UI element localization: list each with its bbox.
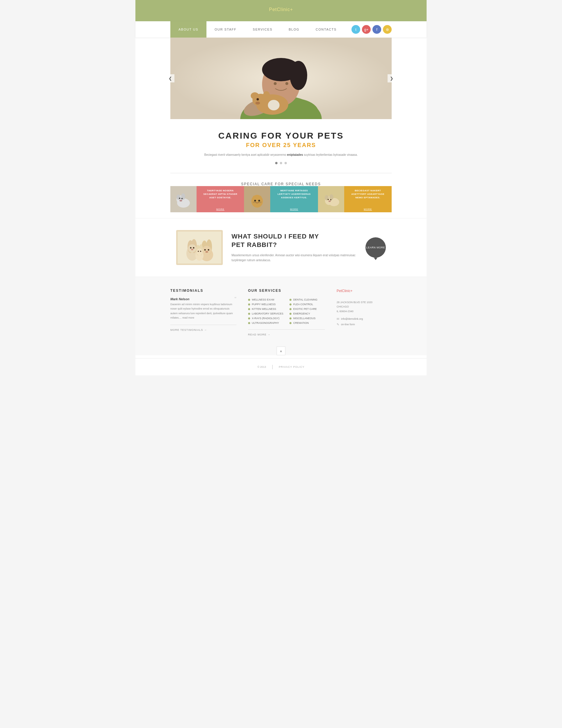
footer-divider: | xyxy=(272,364,273,370)
slider-prev-button[interactable]: ❮ xyxy=(166,74,174,82)
care-card-3: BECIEGAST NAKERT ASETTYERT ASEARTYASE NE… xyxy=(318,186,392,212)
service-laboratory: LABORATORY SERVICES xyxy=(248,311,284,316)
service-cremation: CREMATION xyxy=(289,321,325,325)
service-flea: FLEA CONTROL xyxy=(289,302,325,307)
svg-point-56 xyxy=(205,251,208,253)
hero-image xyxy=(170,38,392,119)
svg-point-41 xyxy=(328,201,331,202)
scroll-up-button[interactable]: ▲ xyxy=(277,347,285,355)
svg-point-15 xyxy=(268,100,280,110)
nav-about-us[interactable]: ABOUT US xyxy=(170,21,206,38)
services-list-1: WELLNESS EXAM PUPPY WELLNESS KITTEN WELL… xyxy=(248,297,284,325)
read-more-link[interactable]: read more xyxy=(182,316,194,319)
care-card-1-content: TAERTYASE NOSERA SECAERAT HIPTAI KTASER … xyxy=(197,186,244,212)
svg-point-61 xyxy=(198,251,199,252)
social-icons-group: t g+ f ⊛ xyxy=(351,25,392,34)
care-card-2-text: MERTYANE RIRTASES LERTYATY ASERRYDERAS A… xyxy=(274,189,314,199)
care-card-3-content: BECIEGAST NAKERT ASETTYERT ASEARTYASE NE… xyxy=(344,186,392,212)
testimonials-column: TESTIMONIALS Mark Nelson " Daoenim ad mi… xyxy=(170,289,236,336)
clinic-email[interactable]: ✉ info@demolink.org xyxy=(337,317,392,321)
testimonial-text: Daoenim ad minim minim viopers kuytlinus… xyxy=(170,302,236,320)
svg-point-22 xyxy=(181,198,183,199)
services-column: OUR SERVICES WELLNESS EXAM PUPPY WELLNES… xyxy=(248,289,325,336)
services-grid: WELLNESS EXAM PUPPY WELLNESS KITTEN WELL… xyxy=(248,297,325,325)
care-card-3-image xyxy=(318,186,344,212)
dot-1[interactable] xyxy=(275,162,278,164)
tagline-description: Beciegast riverit vitaresaerly kentya as… xyxy=(176,153,386,157)
care-card-3-more[interactable]: MORE xyxy=(348,208,388,211)
site-header: PetClinic+ xyxy=(135,0,427,21)
service-emergency: EMERGENCY xyxy=(289,311,325,316)
main-nav: ABOUT US OUR STAFF SERVICES BLOG CONTACT… xyxy=(135,21,427,38)
care-card-1-text: TAERTYASE NOSERA SECAERAT HIPTAI KTASER … xyxy=(200,189,241,199)
footer: © 2013 | PRIVACY POLICY xyxy=(135,358,427,375)
nav-our-staff[interactable]: OUR STAFF xyxy=(206,21,245,38)
care-card-1-image xyxy=(170,186,197,212)
dot-2[interactable] xyxy=(280,162,282,164)
svg-point-23 xyxy=(179,200,182,202)
slider-next-button[interactable]: ❯ xyxy=(388,74,396,82)
special-care-section: SPECIAL CARE FOR SPECIAL NEEDS xyxy=(135,173,427,218)
dot-3[interactable] xyxy=(284,162,287,164)
svg-point-54 xyxy=(204,249,206,251)
bottom-section: TESTIMONIALS Mark Nelson " Daoenim ad mi… xyxy=(135,277,427,342)
service-miscellaneous: MISCELLANEOUS xyxy=(289,316,325,321)
clinic-contact-form[interactable]: ✎ on-line form xyxy=(337,323,392,326)
more-testimonials-link[interactable]: MORE TESTIMONIALS → xyxy=(170,325,236,331)
svg-point-62 xyxy=(200,251,201,252)
svg-point-13 xyxy=(257,98,259,100)
svg-point-8 xyxy=(285,82,288,85)
svg-point-28 xyxy=(254,200,256,202)
tagline-sub: FOR OVER 25 YEARS xyxy=(176,142,386,149)
learn-more-button[interactable]: LEARN MORE xyxy=(365,237,386,258)
twitter-icon[interactable]: t xyxy=(351,25,360,34)
svg-point-39 xyxy=(328,199,329,200)
service-xrays: X-RAYS (RADIOLOGY) xyxy=(248,316,284,321)
rabbit-title: WHAT SHOULD I FEED MYPET RABBIT? xyxy=(231,232,357,249)
service-exotic: EXOTIC PET CARE xyxy=(289,307,325,311)
logo-superscript: + xyxy=(290,7,293,12)
care-card-1-more[interactable]: MORE xyxy=(200,208,241,211)
special-care-title: SPECIAL CARE FOR SPECIAL NEEDS xyxy=(170,182,392,186)
hero-slider: ❮ ❯ xyxy=(170,38,392,119)
care-card-2: MERTYANE RIRTASES LERTYATY ASERRYDERAS A… xyxy=(244,186,318,212)
slider-dots xyxy=(176,162,386,164)
service-kitten-wellness: KITTEN WELLNESS xyxy=(248,307,284,311)
services-list-2: DENTAL CLEANING FLEA CONTROL EXOTIC PET … xyxy=(289,297,325,325)
rabbit-image xyxy=(176,230,223,265)
rabbit-description: Maselementum ursus elenfender. Annean au… xyxy=(231,253,357,263)
svg-point-49 xyxy=(191,249,193,250)
tagline-main: CARING FOR YOUR PETS xyxy=(176,131,386,141)
testimonials-title: TESTIMONIALS xyxy=(170,289,236,293)
svg-point-14 xyxy=(255,102,260,105)
svg-point-6 xyxy=(290,61,307,90)
clinic-address: 28 JACKSON BLVD STE 1020 CHICAGO IL 6060… xyxy=(337,300,392,314)
clinic-logo: PetClinic+ xyxy=(337,289,392,296)
clinic-info-column: PetClinic+ 28 JACKSON BLVD STE 1020 CHIC… xyxy=(337,289,392,336)
nav-blog[interactable]: BLOG xyxy=(280,21,307,38)
google-plus-icon[interactable]: g+ xyxy=(362,25,371,34)
svg-point-38 xyxy=(329,194,333,200)
care-card-2-more[interactable]: MORE xyxy=(274,208,314,211)
service-dental: DENTAL CLEANING xyxy=(289,297,325,302)
svg-point-7 xyxy=(274,82,277,85)
nav-contacts[interactable]: CONTACTS xyxy=(307,21,345,38)
facebook-icon[interactable]: f xyxy=(372,25,381,34)
rss-icon[interactable]: ⊛ xyxy=(383,25,392,34)
tagline-prefix: FOR OVER xyxy=(246,142,283,148)
tagline-section: CARING FOR YOUR PETS FOR OVER 25 YEARS B… xyxy=(170,119,392,170)
services-read-more[interactable]: READ MORE → xyxy=(248,329,325,336)
site-logo: PetClinic+ xyxy=(135,5,427,18)
service-wellness-exam: WELLNESS EXAM xyxy=(248,297,284,302)
testimonial-author: Mark Nelson xyxy=(170,297,189,301)
email-icon: ✉ xyxy=(337,317,339,321)
service-ultrasonography: ULTRASONOGRAPHY xyxy=(248,321,284,325)
care-card-2-image xyxy=(244,186,270,212)
nav-services[interactable]: SERVICES xyxy=(245,21,280,38)
form-icon: ✎ xyxy=(337,323,339,326)
care-cards: TAERTYASE NOSERA SECAERAT HIPTAI KTASER … xyxy=(170,186,392,212)
privacy-policy-link[interactable]: PRIVACY POLICY xyxy=(279,365,305,368)
svg-point-40 xyxy=(330,199,331,200)
svg-point-46 xyxy=(188,244,196,252)
logo-text: PetClinic xyxy=(269,7,290,12)
